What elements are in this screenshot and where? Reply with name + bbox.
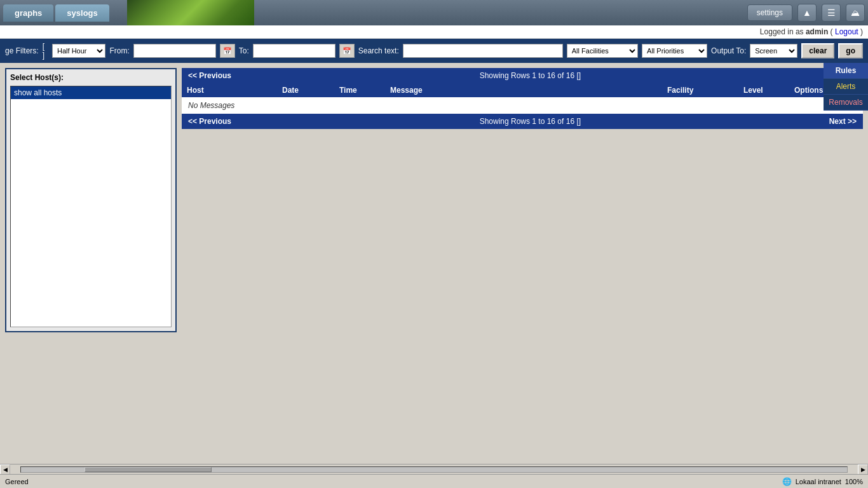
rules-panel: Rules Alerts Removals — [824, 63, 868, 111]
no-messages: No Messages — [182, 97, 863, 114]
menu-icon-button[interactable]: ☰ — [822, 4, 841, 22]
col-facility: Facility — [667, 86, 743, 95]
search-label: Search text: — [358, 46, 399, 55]
from-input[interactable] — [133, 44, 216, 58]
rules-header[interactable]: Rules — [824, 63, 868, 79]
output-label: Output To: — [711, 46, 746, 55]
login-paren-close: ) — [860, 27, 863, 36]
showing-text-top: Showing Rows 1 to 16 of 16 [] — [231, 71, 829, 80]
nav-right: settings ▲ ☰ ⛰ — [747, 4, 865, 22]
tab-graphs[interactable]: graphs — [3, 4, 53, 22]
showing-text-bottom: Showing Rows 1 to 16 of 16 [] — [231, 117, 829, 126]
priorities-select[interactable]: All Priorities — [642, 44, 707, 58]
list-item[interactable]: show all hosts — [11, 86, 171, 99]
tab-syslogs[interactable]: syslogs — [55, 4, 109, 22]
mountain-icon-button[interactable]: ⛰ — [846, 4, 865, 22]
login-bar: Logged in as admin ( Logout ) — [0, 25, 868, 39]
prev-button-bottom[interactable]: << Previous — [188, 117, 231, 126]
messages-panel: << Previous Showing Rows 1 to 16 of 16 [… — [182, 68, 863, 332]
column-headers: Host Date Time Message Facility Level Op… — [182, 83, 863, 97]
col-time: Time — [339, 86, 390, 95]
from-label: From: — [109, 46, 129, 55]
col-level: Level — [743, 86, 794, 95]
logo — [127, 0, 254, 25]
login-user: admin — [806, 27, 828, 36]
alert-icon-button[interactable]: ▲ — [797, 4, 817, 22]
filter-bracket: [ ] — [43, 42, 48, 60]
from-calendar-button[interactable]: 📅 — [220, 44, 235, 58]
settings-button[interactable]: settings — [747, 4, 792, 21]
logout-link[interactable]: Logout — [835, 27, 858, 36]
messages-nav-top: << Previous Showing Rows 1 to 16 of 16 [… — [182, 68, 863, 83]
removals-item[interactable]: Removals — [824, 95, 868, 111]
search-input[interactable] — [403, 44, 563, 58]
top-nav: graphs syslogs settings ▲ ☰ ⛰ — [0, 0, 868, 25]
login-paren-open: ( — [831, 27, 833, 36]
alerts-item[interactable]: Alerts — [824, 79, 868, 95]
filter-bar: ge Filters: [ ] Half Hour Last Hour Last… — [0, 39, 868, 63]
host-list: show all hosts — [10, 86, 172, 327]
clear-button[interactable]: clear — [801, 43, 834, 58]
login-text: Logged in as — [760, 27, 806, 36]
go-button[interactable]: go — [838, 43, 863, 58]
main-content: Select Host(s): show all hosts << Previo… — [0, 63, 868, 337]
host-panel-inner: Select Host(s): show all hosts — [5, 68, 177, 332]
next-button-bottom[interactable]: Next >> — [829, 117, 857, 126]
messages-nav-bottom: << Previous Showing Rows 1 to 16 of 16 [… — [182, 114, 863, 129]
to-input[interactable] — [253, 44, 336, 58]
col-date: Date — [282, 86, 339, 95]
to-label: To: — [239, 46, 249, 55]
host-panel-title: Select Host(s): — [10, 73, 172, 82]
page-body: Rules Alerts Removals Select Host(s): sh… — [0, 63, 868, 337]
prev-button[interactable]: << Previous — [188, 71, 231, 80]
output-select[interactable]: Screen File — [750, 44, 797, 58]
time-select[interactable]: Half Hour Last Hour Last Day Last Week — [52, 44, 105, 58]
col-message: Message — [390, 86, 667, 95]
to-calendar-button[interactable]: 📅 — [339, 44, 355, 58]
facilities-select[interactable]: All Facilities — [567, 44, 638, 58]
col-host: Host — [187, 86, 282, 95]
host-panel: Select Host(s): show all hosts — [5, 68, 177, 332]
filter-label: ge Filters: — [5, 46, 39, 55]
